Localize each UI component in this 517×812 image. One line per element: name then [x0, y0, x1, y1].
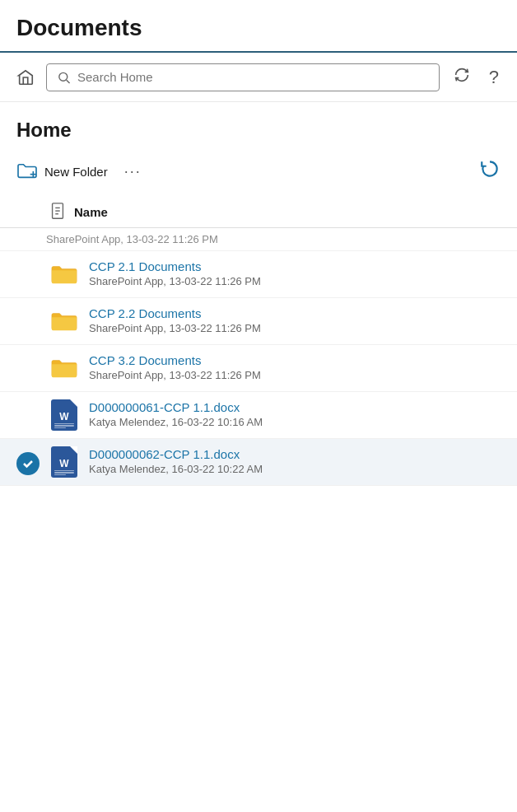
file-meta: SharePoint App, 13-03-22 11:26 PM: [89, 369, 501, 381]
new-folder-button[interactable]: New Folder: [16, 162, 108, 180]
file-info: CCP 3.2 Documents SharePoint App, 13-03-…: [89, 353, 501, 381]
file-list-header: Name: [0, 193, 517, 228]
page-title: Documents: [16, 15, 501, 41]
refresh-button[interactable]: [479, 158, 501, 184]
new-folder-icon: [16, 162, 38, 180]
file-name[interactable]: CCP 2.1 Documents: [89, 259, 501, 273]
file-info: CCP 2.1 Documents SharePoint App, 13-03-…: [89, 259, 501, 287]
file-info: CCP 2.2 Documents SharePoint App, 13-03-…: [89, 306, 501, 334]
home-button[interactable]: [13, 65, 38, 90]
file-header-icon: [49, 203, 66, 221]
file-meta: SharePoint App, 13-03-22 11:26 PM: [89, 275, 501, 287]
help-icon: ?: [489, 67, 499, 87]
list-item[interactable]: CCP 2.1 Documents SharePoint App, 13-03-…: [0, 251, 517, 298]
help-button[interactable]: ?: [484, 63, 504, 91]
page-header: Documents: [0, 0, 517, 53]
list-item[interactable]: W D000000062-CCP 1.1.docx Katya Melendez…: [0, 439, 517, 486]
sync-button[interactable]: [448, 63, 476, 91]
file-info: D000000061-CCP 1.1.docx Katya Melendez, …: [89, 400, 501, 428]
word-doc-icon: W: [49, 400, 79, 430]
word-doc-icon: W: [49, 447, 79, 477]
file-info: D000000062-CCP 1.1.docx Katya Melendez, …: [89, 447, 501, 475]
search-input[interactable]: [77, 70, 429, 84]
folder-icon: [49, 259, 79, 289]
section-title: Home: [0, 102, 517, 150]
file-name[interactable]: D000000062-CCP 1.1.docx: [89, 447, 501, 461]
actions-bar: New Folder ···: [0, 150, 517, 193]
file-list: CCP 2.1 Documents SharePoint App, 13-03-…: [0, 251, 517, 486]
search-icon: [57, 70, 71, 85]
svg-line-1: [67, 80, 70, 83]
file-meta: SharePoint App, 13-03-22 11:26 PM: [89, 322, 501, 334]
list-item[interactable]: CCP 3.2 Documents SharePoint App, 13-03-…: [0, 345, 517, 392]
file-name[interactable]: CCP 2.2 Documents: [89, 306, 501, 320]
new-folder-label: New Folder: [44, 165, 108, 179]
refresh-icon: [479, 158, 501, 180]
file-name[interactable]: D000000061-CCP 1.1.docx: [89, 400, 501, 414]
folder-icon: [49, 306, 79, 336]
more-options-button[interactable]: ···: [118, 161, 148, 182]
file-name[interactable]: CCP 3.2 Documents: [89, 353, 501, 367]
truncated-list-item: SharePoint App, 13-03-22 11:26 PM: [0, 228, 517, 251]
toolbar: ?: [0, 53, 517, 102]
selected-check: [16, 452, 40, 475]
file-meta: Katya Melendez, 16-03-22 10:22 AM: [89, 463, 501, 475]
list-item[interactable]: W D000000061-CCP 1.1.docx Katya Melendez…: [0, 392, 517, 439]
svg-point-0: [59, 72, 68, 81]
col-name-header: Name: [74, 205, 108, 219]
search-box: [46, 63, 440, 91]
list-item[interactable]: CCP 2.2 Documents SharePoint App, 13-03-…: [0, 298, 517, 345]
file-meta: Katya Melendez, 16-03-22 10:16 AM: [89, 416, 501, 428]
folder-icon: [49, 353, 79, 383]
